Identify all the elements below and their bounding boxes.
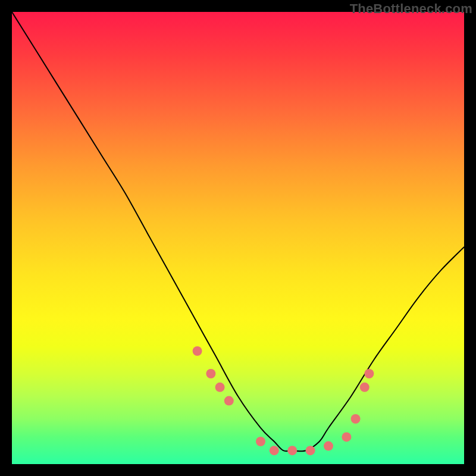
highlight-dot xyxy=(270,446,279,455)
highlight-dot xyxy=(324,441,333,451)
highlight-dot xyxy=(287,446,297,455)
highlight-dot xyxy=(206,369,215,378)
highlight-dot xyxy=(215,383,225,392)
plot-area xyxy=(12,12,464,464)
highlight-dot xyxy=(193,346,202,356)
bottleneck-curve xyxy=(12,12,464,451)
watermark-text: TheBottleneck.com xyxy=(350,1,472,17)
highlight-dot xyxy=(351,414,361,424)
highlight-dot xyxy=(224,396,234,406)
highlight-dot xyxy=(360,383,369,392)
chart-frame: TheBottleneck.com xyxy=(0,0,476,476)
curve-svg xyxy=(12,12,464,464)
highlight-dot xyxy=(342,432,351,441)
highlight-dots xyxy=(193,346,374,455)
highlight-dot xyxy=(256,437,265,446)
highlight-dot xyxy=(306,446,315,455)
highlight-dot xyxy=(364,369,374,378)
